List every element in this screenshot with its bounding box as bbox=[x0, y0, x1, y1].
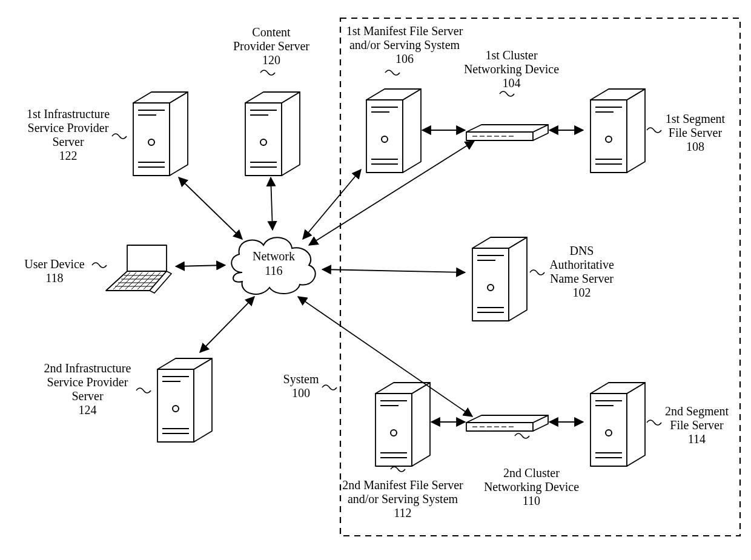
user-device-icon bbox=[106, 245, 171, 293]
segment1-server-icon bbox=[591, 89, 645, 173]
segment2-server-icon bbox=[591, 383, 645, 466]
edge-infra1-network bbox=[179, 177, 242, 239]
label-content-provider: Content Provider Server 120 bbox=[223, 25, 320, 67]
label-infra1: 1st Infrastructure Service Provider Serv… bbox=[21, 107, 115, 163]
label-manifest2: 2nd Manifest File Server and/or Serving … bbox=[336, 478, 469, 520]
label-system: System 100 bbox=[274, 372, 328, 400]
dns-server-icon bbox=[472, 237, 527, 321]
edge-user-network bbox=[176, 265, 225, 266]
cluster1-switch-icon bbox=[466, 125, 548, 140]
label-segment1: 1st Segment File Server 108 bbox=[659, 112, 732, 154]
svg-text:Network: Network bbox=[253, 249, 295, 263]
leader-cluster1 bbox=[500, 91, 514, 96]
manifest2-server-icon bbox=[375, 383, 430, 466]
leader-manifest2 bbox=[391, 467, 405, 472]
edge-infra2-network bbox=[200, 297, 254, 352]
leader-manifest1 bbox=[385, 70, 400, 75]
leader-infra2 bbox=[136, 388, 151, 393]
label-infra2: 2nd Infrastructure Service Provider Serv… bbox=[38, 361, 137, 417]
label-manifest1: 1st Manifest File Server and/or Serving … bbox=[341, 24, 468, 66]
manifest1-server-icon bbox=[366, 89, 421, 173]
content-provider-server-icon bbox=[245, 92, 300, 176]
edge-content-network bbox=[271, 177, 273, 230]
edge-dns-network bbox=[322, 269, 465, 272]
label-user-device: User Device 118 bbox=[18, 257, 91, 285]
svg-text:116: 116 bbox=[265, 264, 282, 277]
label-cluster1: 1st Cluster Networking Device 104 bbox=[455, 48, 567, 90]
infra1-server-icon bbox=[133, 92, 188, 176]
label-cluster2: 2nd Cluster Networking Device 110 bbox=[475, 466, 587, 508]
leader-content bbox=[260, 70, 275, 75]
infra2-server-icon bbox=[157, 358, 212, 442]
leader-cluster2 bbox=[515, 433, 529, 438]
cluster2-switch-icon bbox=[466, 415, 548, 431]
edge-manifest1-network bbox=[303, 170, 361, 239]
label-dns: DNS Authoritative Name Server 102 bbox=[541, 244, 623, 300]
leader-user bbox=[92, 263, 107, 268]
label-segment2: 2nd Segment File Server 114 bbox=[659, 404, 735, 446]
diagram-canvas: Network 116 bbox=[0, 0, 751, 560]
network-cloud: Network 116 bbox=[231, 237, 315, 294]
